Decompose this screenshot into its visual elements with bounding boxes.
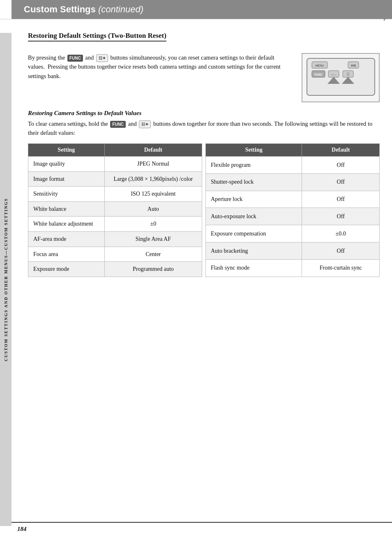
setting-cell: Focus area	[28, 247, 105, 262]
setting-cell: Flash sync mode	[206, 259, 302, 277]
col-default-right: Default	[302, 143, 380, 156]
default-cell: ±0	[104, 217, 202, 232]
table-row: Focus areaCenter	[28, 247, 202, 262]
svg-text:☷: ☷	[346, 72, 350, 76]
default-cell: Off	[302, 191, 380, 208]
table-row: Exposure modeProgrammed auto	[28, 262, 202, 277]
settings-table-left: Setting Default Image qualityJPEG Normal…	[28, 143, 202, 277]
default-cell: ISO 125 equivalent	[104, 187, 202, 202]
setting-cell: White balance	[28, 201, 105, 217]
settings-table-right: Setting Default Flexible programOffShutt…	[205, 143, 380, 277]
table-row: White balance adjustment±0	[28, 217, 202, 232]
col-default-left: Default	[104, 143, 202, 156]
table-row: White balanceAuto	[28, 201, 202, 217]
setting-cell: AF-area mode	[28, 231, 105, 247]
settings-tables: Setting Default Image qualityJPEG Normal…	[28, 143, 380, 277]
func-badge-2: FUNC	[110, 121, 126, 128]
setting-cell: White balance adjustment	[28, 217, 105, 232]
page-title: Custom Settings (continued)	[24, 4, 143, 15]
sidebar-label: CUSTOM SETTINGS AND OTHER MENUS—CUSTOM S…	[0, 33, 12, 526]
svg-text:FUNC: FUNC	[314, 73, 322, 76]
default-cell: Front-curtain sync	[302, 259, 380, 277]
svg-text:WB: WB	[350, 64, 356, 67]
func-button-badge: FUNC	[67, 55, 83, 62]
setting-cell: Image format	[28, 171, 105, 187]
camera-diagram: MENU WB FUNC ○— ☷	[302, 53, 380, 102]
setting-cell: Sensitivity	[28, 187, 105, 202]
setting-cell: Shutter-speed lock	[206, 173, 302, 191]
menu-button-badge: ☷✦	[96, 54, 108, 62]
col-setting-left: Setting	[28, 143, 105, 156]
setting-cell: Auto-exposure lock	[206, 208, 302, 225]
setting-cell: Image quality	[28, 156, 105, 171]
table-row: SensitivityISO 125 equivalent	[28, 187, 202, 202]
default-cell: JPEG Normal	[104, 156, 202, 171]
default-cell: Programmed auto	[104, 262, 202, 277]
sub-heading: Restoring Camera Settings to Default Val…	[28, 110, 380, 117]
sub-paragraph: To clear camera settings, hold the FUNC …	[28, 119, 380, 138]
table-row: Image qualityJPEG Normal	[28, 156, 202, 171]
table-row: Auto-exposure lockOff	[206, 208, 380, 225]
default-cell: Off	[302, 173, 380, 191]
table-row: Aperture lockOff	[206, 191, 380, 208]
col-setting-right: Setting	[206, 143, 302, 156]
default-cell: Off	[302, 156, 380, 173]
table-row: Flash sync modeFront-curtain sync	[206, 259, 380, 277]
setting-cell: Auto bracketing	[206, 242, 302, 260]
svg-text:○—: ○—	[331, 73, 336, 76]
header-arrow	[384, 0, 392, 21]
table-row: Image formatLarge (3,008 × 1,960pixels) …	[28, 171, 202, 187]
table-row: Flexible programOff	[206, 156, 380, 173]
svg-text:MENU: MENU	[315, 64, 324, 67]
setting-cell: Flexible program	[206, 156, 302, 173]
default-cell: Large (3,008 × 1,960pixels) /color	[104, 171, 202, 187]
default-cell: ±0.0	[302, 225, 380, 242]
page-number: 184	[17, 526, 27, 533]
setting-cell: Exposure compensation	[206, 225, 302, 242]
table-row: Exposure compensation±0.0	[206, 225, 380, 242]
default-cell: Single Area AF	[104, 231, 202, 247]
table-row: AF-area modeSingle Area AF	[28, 231, 202, 247]
intro-paragraph: By pressing the FUNC and ☷✦ buttons simu…	[28, 53, 293, 81]
menu-badge-2: ☷✦	[139, 120, 151, 129]
setting-cell: Exposure mode	[28, 262, 105, 277]
table-row: Shutter-speed lockOff	[206, 173, 380, 191]
section-heading: Restoring Default Settings (Two-Button R…	[28, 32, 166, 42]
default-cell: Center	[104, 247, 202, 262]
default-cell: Off	[302, 242, 380, 260]
default-cell: Auto	[104, 201, 202, 217]
table-row: Auto bracketingOff	[206, 242, 380, 260]
default-cell: Off	[302, 208, 380, 225]
setting-cell: Aperture lock	[206, 191, 302, 208]
